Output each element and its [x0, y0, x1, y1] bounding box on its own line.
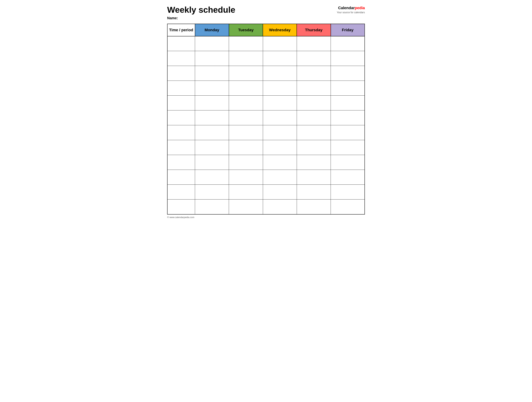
- table-row: [167, 36, 365, 51]
- table-header: Time / period Monday Tuesday Wednesday T…: [167, 24, 365, 36]
- schedule-cell[interactable]: [195, 81, 229, 96]
- schedule-cell[interactable]: [331, 170, 365, 185]
- schedule-cell[interactable]: [263, 81, 297, 96]
- logo-block: Calendarpedia Your source for calendars: [337, 5, 365, 14]
- schedule-cell[interactable]: [331, 185, 365, 200]
- schedule-cell[interactable]: [297, 96, 331, 110]
- schedule-cell[interactable]: [263, 110, 297, 125]
- time-cell[interactable]: [167, 170, 195, 185]
- table-body: [167, 36, 365, 214]
- time-cell[interactable]: [167, 200, 195, 214]
- schedule-cell[interactable]: [195, 185, 229, 200]
- col-header-tuesday: Tuesday: [229, 24, 263, 36]
- schedule-cell[interactable]: [195, 155, 229, 170]
- schedule-cell[interactable]: [263, 170, 297, 185]
- schedule-cell[interactable]: [297, 36, 331, 51]
- table-row: [167, 51, 365, 66]
- schedule-cell[interactable]: [263, 140, 297, 155]
- table-row: [167, 170, 365, 185]
- page-header: Weekly schedule Name: Calendarpedia Your…: [167, 5, 365, 20]
- schedule-cell[interactable]: [229, 185, 263, 200]
- schedule-cell[interactable]: [263, 96, 297, 110]
- col-header-time: Time / period: [167, 24, 195, 36]
- schedule-cell[interactable]: [331, 140, 365, 155]
- logo-text: Calendarpedia: [337, 5, 365, 11]
- col-header-thursday: Thursday: [297, 24, 331, 36]
- col-header-friday: Friday: [331, 24, 365, 36]
- schedule-cell[interactable]: [297, 200, 331, 214]
- schedule-cell[interactable]: [263, 36, 297, 51]
- table-row: [167, 140, 365, 155]
- schedule-cell[interactable]: [263, 185, 297, 200]
- col-header-wednesday: Wednesday: [263, 24, 297, 36]
- table-row: [167, 110, 365, 125]
- schedule-cell[interactable]: [229, 170, 263, 185]
- schedule-cell[interactable]: [331, 155, 365, 170]
- schedule-cell[interactable]: [297, 51, 331, 66]
- schedule-cell[interactable]: [229, 155, 263, 170]
- schedule-cell[interactable]: [195, 36, 229, 51]
- schedule-cell[interactable]: [195, 110, 229, 125]
- schedule-cell[interactable]: [263, 51, 297, 66]
- schedule-cell[interactable]: [229, 110, 263, 125]
- schedule-cell[interactable]: [331, 125, 365, 140]
- table-row: [167, 81, 365, 96]
- time-cell[interactable]: [167, 155, 195, 170]
- schedule-cell[interactable]: [331, 96, 365, 110]
- time-cell[interactable]: [167, 36, 195, 51]
- schedule-cell[interactable]: [195, 96, 229, 110]
- schedule-cell[interactable]: [297, 170, 331, 185]
- time-cell[interactable]: [167, 110, 195, 125]
- table-row: [167, 96, 365, 110]
- time-cell[interactable]: [167, 51, 195, 66]
- schedule-cell[interactable]: [195, 200, 229, 214]
- schedule-cell[interactable]: [195, 125, 229, 140]
- schedule-cell[interactable]: [229, 66, 263, 81]
- schedule-cell[interactable]: [331, 66, 365, 81]
- schedule-cell[interactable]: [297, 110, 331, 125]
- table-row: [167, 155, 365, 170]
- logo-black-text: Calendar: [338, 6, 355, 10]
- time-cell[interactable]: [167, 66, 195, 81]
- title-block: Weekly schedule Name:: [167, 5, 337, 20]
- schedule-cell[interactable]: [195, 66, 229, 81]
- schedule-cell[interactable]: [297, 140, 331, 155]
- schedule-cell[interactable]: [229, 140, 263, 155]
- schedule-cell[interactable]: [195, 51, 229, 66]
- schedule-cell[interactable]: [263, 155, 297, 170]
- schedule-cell[interactable]: [331, 81, 365, 96]
- header-row: Time / period Monday Tuesday Wednesday T…: [167, 24, 365, 36]
- logo-tagline: Your source for calendars: [337, 11, 365, 14]
- schedule-cell[interactable]: [195, 170, 229, 185]
- schedule-cell[interactable]: [263, 200, 297, 214]
- time-cell[interactable]: [167, 140, 195, 155]
- logo-red-text: pedia: [355, 6, 365, 10]
- schedule-cell[interactable]: [297, 66, 331, 81]
- schedule-cell[interactable]: [331, 51, 365, 66]
- name-label: Name:: [167, 16, 337, 20]
- schedule-cell[interactable]: [195, 140, 229, 155]
- schedule-cell[interactable]: [331, 110, 365, 125]
- schedule-cell[interactable]: [297, 81, 331, 96]
- time-cell[interactable]: [167, 81, 195, 96]
- schedule-cell[interactable]: [331, 36, 365, 51]
- table-row: [167, 125, 365, 140]
- schedule-cell[interactable]: [229, 36, 263, 51]
- schedule-cell[interactable]: [229, 200, 263, 214]
- schedule-cell[interactable]: [263, 125, 297, 140]
- schedule-cell[interactable]: [297, 185, 331, 200]
- page-title: Weekly schedule: [167, 5, 337, 15]
- schedule-cell[interactable]: [263, 66, 297, 81]
- time-cell[interactable]: [167, 125, 195, 140]
- time-cell[interactable]: [167, 96, 195, 110]
- time-cell[interactable]: [167, 185, 195, 200]
- table-row: [167, 66, 365, 81]
- schedule-cell[interactable]: [297, 155, 331, 170]
- schedule-cell[interactable]: [331, 200, 365, 214]
- schedule-cell[interactable]: [297, 125, 331, 140]
- schedule-cell[interactable]: [229, 125, 263, 140]
- schedule-cell[interactable]: [229, 81, 263, 96]
- schedule-cell[interactable]: [229, 51, 263, 66]
- footer-copyright: © www.calendarpedia.com: [167, 216, 194, 219]
- schedule-cell[interactable]: [229, 96, 263, 110]
